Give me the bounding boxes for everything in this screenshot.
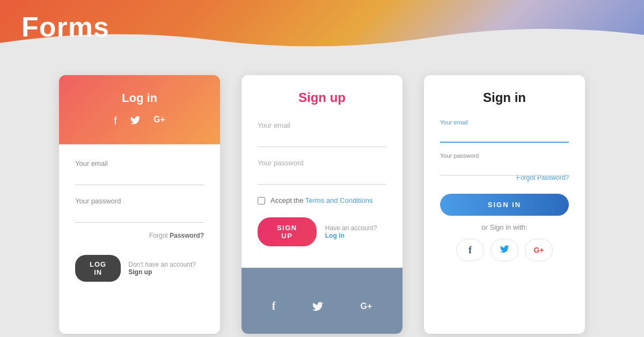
signin-email-input[interactable] <box>440 128 569 143</box>
signin-gplus-button[interactable]: G+ <box>525 239 553 261</box>
signup-password-label: Your password <box>258 159 386 167</box>
signup-title: Sign up <box>258 90 386 105</box>
login-social-icons: f G+ <box>70 115 209 128</box>
signup-card-body: Your email Your password Accept the Term… <box>241 116 402 257</box>
signup-facebook-icon[interactable]: f <box>261 289 287 323</box>
login-password-input[interactable] <box>75 208 204 223</box>
login-title: Log in <box>70 91 209 105</box>
signup-terms-text: Accept the Terms and Conditions <box>270 196 373 204</box>
signin-facebook-button[interactable]: f <box>456 239 484 261</box>
signup-password-group: Your password <box>258 159 386 185</box>
login-email-input[interactable] <box>75 171 204 185</box>
signup-twitter-icon[interactable] <box>301 290 334 323</box>
login-button[interactable]: LOG IN <box>75 255 121 282</box>
login-card-header: Log in f G+ <box>59 75 220 144</box>
signin-email-label: Your email <box>440 119 569 126</box>
signup-login-link[interactable]: Log in <box>325 232 345 239</box>
signup-card-footer: f G+ <box>241 268 402 334</box>
signin-card-body: Your email Your password Forgot Password… <box>424 111 585 276</box>
signin-password-label: Your password <box>440 152 569 159</box>
signin-card: Sign in Your email Your password Forgot … <box>424 75 585 334</box>
signin-facebook-icon: f <box>469 245 472 256</box>
signup-terms-row: Accept the Terms and Conditions <box>258 196 386 204</box>
signup-email-label: Your email <box>258 121 386 129</box>
signin-card-header: Sign in <box>424 75 585 111</box>
login-no-account: Don't have an account? Sign up <box>128 261 204 276</box>
signup-button[interactable]: SIGN UP <box>258 217 317 246</box>
signup-email-input[interactable] <box>258 133 386 147</box>
signup-email-group: Your email <box>258 121 386 147</box>
signin-title: Sign in <box>440 90 569 105</box>
login-email-group: Your email <box>75 159 204 185</box>
header-area: Forms <box>0 0 644 59</box>
login-card-body: Your email Your password Forgot Password… <box>59 144 220 298</box>
login-card: Log in f G+ Your email Your password For… <box>59 75 220 334</box>
signup-card: Sign up Your email Your password Accept … <box>241 75 402 334</box>
signin-or-text: or Sign in with: <box>440 223 569 231</box>
signin-email-group: Your email <box>440 119 569 143</box>
signup-gplus-icon[interactable]: G+ <box>349 291 383 322</box>
login-gplus-icon[interactable]: G+ <box>153 115 165 128</box>
login-forgot-row: Forgot Password? <box>75 230 204 240</box>
signup-password-input[interactable] <box>258 170 386 185</box>
login-signup-link[interactable]: Sign up <box>128 268 152 276</box>
signin-twitter-icon <box>500 244 509 257</box>
login-forgot-text: Forgot Password? <box>149 232 204 239</box>
signup-terms-checkbox[interactable] <box>258 197 265 204</box>
login-password-group: Your password <box>75 197 204 223</box>
signin-password-group: Your password <box>440 152 569 175</box>
login-password-label: Your password <box>75 197 204 205</box>
signin-gplus-icon: G+ <box>533 246 544 254</box>
page-title: Forms <box>21 11 109 43</box>
signup-card-header: Sign up <box>241 75 402 116</box>
signin-button[interactable]: SIGN IN <box>440 194 569 216</box>
signin-twitter-button[interactable] <box>491 239 518 261</box>
signup-terms-link[interactable]: Terms and Conditions <box>305 196 373 204</box>
login-forgot-link[interactable]: Password? <box>170 232 204 239</box>
login-facebook-icon[interactable]: f <box>114 115 117 128</box>
signup-bottom-row: SIGN UP Have an account? Log in <box>258 217 386 246</box>
signin-password-input[interactable] <box>440 161 569 175</box>
login-bottom-row: LOG IN Don't have an account? Sign up <box>75 255 204 282</box>
login-twitter-icon[interactable] <box>130 115 141 128</box>
cards-container: Log in f G+ Your email Your password For… <box>0 75 644 334</box>
signin-social-buttons: f G+ <box>440 239 569 261</box>
login-email-label: Your email <box>75 159 204 167</box>
signup-have-account: Have an account? Log in <box>325 224 386 239</box>
